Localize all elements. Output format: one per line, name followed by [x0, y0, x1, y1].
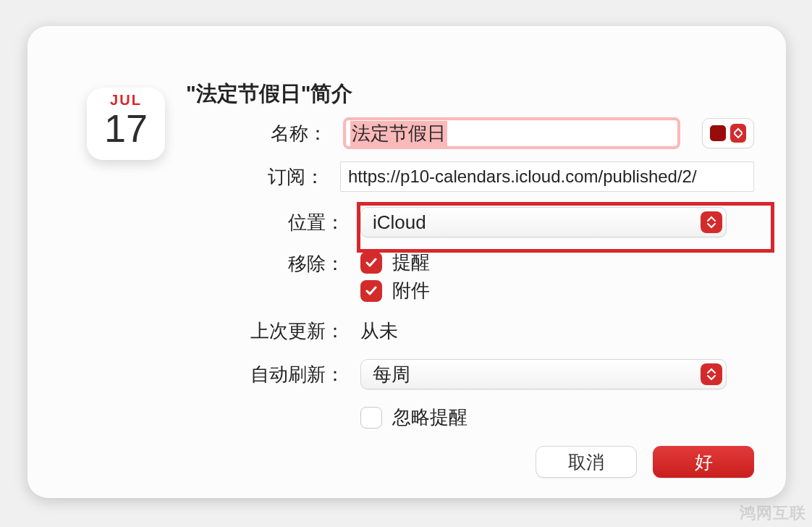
label-remove: 移除： [28, 250, 360, 277]
remove-reminders-label: 提醒 [392, 250, 430, 275]
autorefresh-select[interactable]: 每周 [360, 359, 727, 389]
updown-icon [701, 363, 722, 385]
color-picker[interactable] [702, 118, 754, 148]
row-lastupdate: 上次更新： 从未 [28, 319, 754, 344]
calendar-info-sheet: JUL 17 "法定节假日"简介 名称： 法定节假日 订 [28, 26, 786, 498]
remove-reminders-line: 提醒 [360, 250, 430, 275]
label-location: 位置： [28, 210, 360, 235]
watermark: 鸿网互联 [740, 502, 806, 524]
label-subscribe: 订阅： [28, 164, 340, 190]
ignore-alerts-line: 忽略提醒 [360, 405, 468, 430]
label-autorefresh: 自动刷新： [28, 362, 360, 387]
remove-attachments-line: 附件 [360, 278, 430, 303]
ok-button[interactable]: 好 [653, 446, 754, 478]
name-input-value: 法定节假日 [350, 121, 447, 146]
cancel-button[interactable]: 取消 [536, 446, 637, 478]
color-swatch-icon [710, 125, 726, 141]
remove-attachments-label: 附件 [392, 278, 430, 303]
name-input[interactable]: 法定节假日 [343, 117, 680, 149]
label-name: 名称： [28, 121, 343, 146]
row-subscribe: 订阅： https://p10-calendars.icloud.com/pub… [28, 161, 754, 192]
location-highlight-box [357, 202, 774, 253]
row-autorefresh: 自动刷新： 每周 [28, 359, 754, 389]
sheet-title: "法定节假日"简介 [186, 80, 353, 109]
lastupdate-value: 从未 [360, 319, 398, 344]
row-remove: 移除： 提醒 附件 [28, 250, 754, 303]
remove-reminders-checkbox[interactable] [360, 252, 382, 274]
row-ignorealerts: 忽略提醒 [28, 405, 754, 430]
row-name: 名称： 法定节假日 [28, 117, 754, 149]
subscribe-url-value: https://p10-calendars.icloud.com/publish… [348, 166, 697, 187]
ignore-alerts-label: 忽略提醒 [392, 405, 468, 430]
subscribe-url-field[interactable]: https://p10-calendars.icloud.com/publish… [340, 161, 754, 192]
updown-icon [730, 124, 746, 143]
form: 名称： 法定节假日 订阅： https://p10-calenda [28, 117, 754, 445]
label-lastupdate: 上次更新： [28, 319, 360, 344]
button-bar: 取消 好 [536, 446, 754, 478]
remove-attachments-checkbox[interactable] [360, 280, 382, 302]
autorefresh-value: 每周 [373, 362, 410, 387]
ignore-alerts-checkbox[interactable] [360, 407, 382, 429]
